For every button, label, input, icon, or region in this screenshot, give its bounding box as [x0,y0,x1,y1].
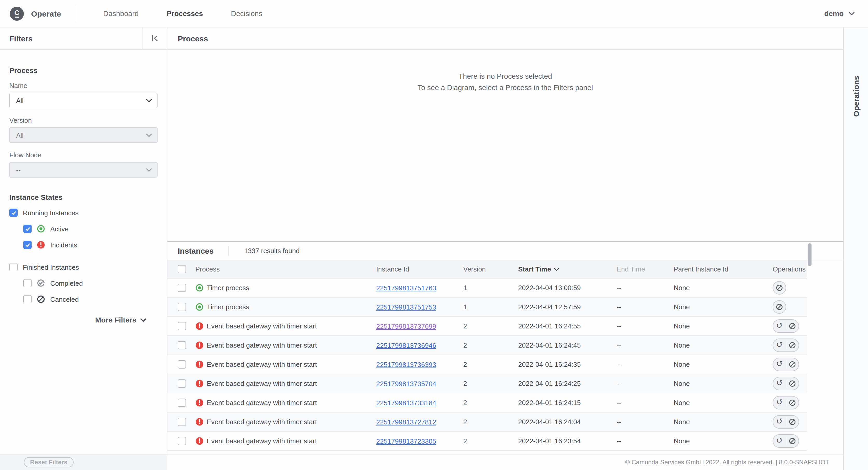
instance-id-cell: 2251799813733184 [376,398,436,407]
instance-id-cell: 2251799813727812 [376,417,436,427]
top-navbar: C Operate Dashboard Processes Decisions … [0,0,868,27]
checkbox[interactable] [23,295,32,303]
flow-node-value: -- [16,166,146,174]
retry-button[interactable]: ↺ [773,415,785,429]
row-checkbox[interactable] [178,399,186,407]
process-name-value: All [16,97,146,104]
active-state-icon [37,225,45,233]
parent-instance-id-value: None [674,399,690,407]
instance-id-cell: 2251799813751753 [376,302,436,312]
row-checkbox[interactable] [178,322,186,330]
table-row: Timer process225179981375176312022-04-04… [167,278,807,298]
row-checkbox[interactable] [178,418,186,426]
version-value: All [16,131,146,139]
row-checkbox-cell [178,360,186,369]
nav-item-dashboard[interactable]: Dashboard [103,9,138,18]
checkbox[interactable] [9,263,18,271]
retry-button[interactable]: ↺ [773,434,785,448]
column-header-version[interactable]: Version [463,265,486,273]
nav-item-decisions[interactable]: Decisions [231,9,262,18]
instance-id-link[interactable]: 2251799813735704 [376,380,436,388]
instance-id-link[interactable]: 2251799813727812 [376,418,436,426]
nav-item-processes[interactable]: Processes [166,9,203,18]
filter-state-incidents: Incidents [9,241,158,249]
operations-group: ↺ [773,415,799,429]
retry-icon: ↺ [776,322,782,330]
vertical-scrollbar[interactable] [807,242,812,454]
instance-id-link[interactable]: 2251799813751753 [376,303,436,311]
version-value: 2 [463,361,467,368]
reset-filters-button[interactable]: Reset Filters [24,457,73,467]
row-checkbox[interactable] [178,284,186,292]
start-time-value: 2022-04-01 16:24:04 [518,418,581,426]
column-header-parent-instance-id[interactable]: Parent Instance Id [674,265,728,273]
cancel-button[interactable] [786,396,799,409]
cancel-button[interactable] [786,358,799,371]
table-row: Event based gateway with timer start2251… [167,336,807,355]
row-checkbox-cell [178,303,186,311]
column-header-instance-id[interactable]: Instance Id [376,265,409,273]
retry-icon: ↺ [776,437,782,444]
row-checkbox[interactable] [178,379,186,388]
checkbox[interactable] [23,225,32,233]
cancel-button[interactable] [786,338,799,352]
row-checkbox-cell [178,418,186,426]
cancel-button[interactable] [773,281,786,295]
column-header-process[interactable]: Process [195,265,220,273]
table-row: Event based gateway with timer start2251… [167,317,807,336]
row-checkbox[interactable] [178,360,186,369]
start-time-value: 2022-04-01 16:24:25 [518,380,581,388]
end-time-value: -- [617,284,621,292]
diagram-panel-title: Process [167,34,208,43]
cancel-button[interactable] [786,434,799,448]
instance-id-link[interactable]: 2251799813723305 [376,437,436,445]
instance-id-link[interactable]: 2251799813736393 [376,361,436,369]
operations-panel-tab[interactable]: Operations [851,76,860,117]
select-all-checkbox[interactable] [178,265,186,273]
collapse-left-button[interactable] [148,31,162,45]
results-count: 1337 results found [244,247,300,255]
instance-id-link[interactable]: 2251799813751763 [376,284,436,292]
instance-id-link[interactable]: 2251799813737699 [376,323,436,330]
retry-button[interactable]: ↺ [773,320,785,333]
instance-id-link[interactable]: 2251799813733184 [376,399,436,407]
scrollbar-thumb[interactable] [808,243,811,266]
end-time-value: -- [617,303,621,311]
row-checkbox[interactable] [178,303,186,311]
retry-button[interactable]: ↺ [773,377,785,390]
checkbox[interactable] [9,209,18,217]
logo-bar [15,16,19,18]
process-name-select[interactable]: All [9,93,158,108]
retry-button[interactable]: ↺ [773,338,785,352]
start-time-value: 2022-04-01 16:24:45 [518,341,581,349]
retry-button[interactable]: ↺ [773,396,785,409]
checkbox[interactable] [23,279,32,287]
logo-letter: C [14,9,20,15]
parent-instance-id-value: None [674,361,690,368]
main-area: Process There is no Process selected To … [167,27,843,470]
column-header-end-time: End Time [617,265,645,273]
instances-header: Instances 1337 results found [167,242,843,260]
process-name: Event based gateway with timer start [207,341,317,349]
checkbox[interactable] [23,241,32,249]
row-checkbox[interactable] [178,437,186,445]
more-filters-label: More Filters [95,316,136,324]
instance-id-link[interactable]: 2251799813736946 [376,342,436,349]
retry-button[interactable]: ↺ [773,358,785,371]
cancel-button[interactable] [786,415,799,429]
row-checkbox[interactable] [178,341,186,349]
operations-panel-collapsed: Operations [843,27,868,470]
more-filters-button[interactable]: More Filters [95,316,146,324]
cancel-button[interactable] [773,300,786,314]
filter-state-finished-instances: Finished Instances [9,263,158,271]
column-header-start-time[interactable]: Start Time [518,265,559,273]
row-checkbox-cell [178,284,186,292]
name-label: Name [9,82,158,90]
diagram-panel: Process There is no Process selected To … [167,27,843,241]
operations-cell [773,300,786,314]
copyright-text: © Camunda Services GmbH 2022. All rights… [625,459,829,466]
app-title: Operate [31,9,61,18]
user-menu[interactable]: demo [824,9,868,18]
cancel-button[interactable] [786,320,799,333]
cancel-button[interactable] [786,377,799,390]
